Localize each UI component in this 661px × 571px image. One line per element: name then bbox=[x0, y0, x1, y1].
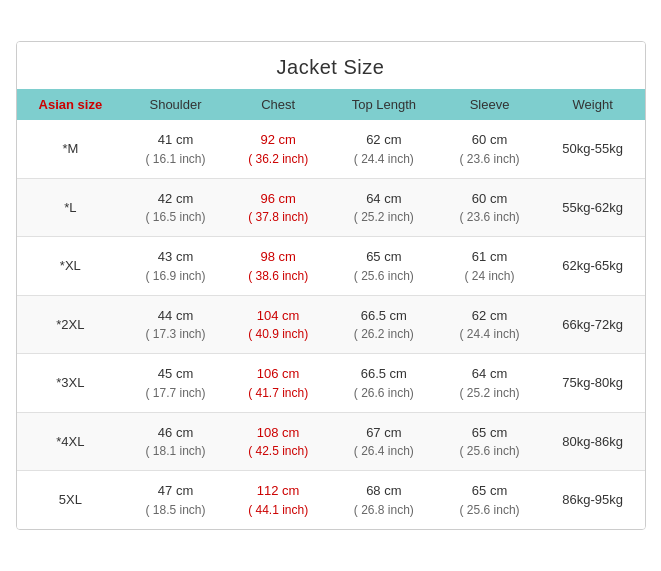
cell-weight: 66kg-72kg bbox=[541, 295, 645, 354]
cell-top-length: 66.5 cm ( 26.6 inch) bbox=[329, 354, 438, 413]
cell-sleeve: 65 cm ( 25.6 inch) bbox=[438, 412, 541, 471]
jacket-size-table: Jacket Size Asian size Shoulder Chest To… bbox=[16, 41, 646, 530]
cell-chest: 106 cm ( 41.7 inch) bbox=[227, 354, 330, 413]
cell-shoulder: 43 cm ( 16.9 inch) bbox=[124, 237, 227, 296]
cell-weight: 75kg-80kg bbox=[541, 354, 645, 413]
header-weight: Weight bbox=[541, 89, 645, 120]
table-row: *4XL 46 cm ( 18.1 inch) 108 cm ( 42.5 in… bbox=[17, 412, 645, 471]
cell-size: 5XL bbox=[17, 471, 125, 529]
cell-top-length: 65 cm ( 25.6 inch) bbox=[329, 237, 438, 296]
cell-weight: 86kg-95kg bbox=[541, 471, 645, 529]
header-chest: Chest bbox=[227, 89, 330, 120]
cell-shoulder: 47 cm ( 18.5 inch) bbox=[124, 471, 227, 529]
cell-weight: 80kg-86kg bbox=[541, 412, 645, 471]
table-row: *XL 43 cm ( 16.9 inch) 98 cm ( 38.6 inch… bbox=[17, 237, 645, 296]
cell-chest: 98 cm ( 38.6 inch) bbox=[227, 237, 330, 296]
cell-weight: 62kg-65kg bbox=[541, 237, 645, 296]
cell-size: *M bbox=[17, 120, 125, 178]
cell-sleeve: 62 cm ( 24.4 inch) bbox=[438, 295, 541, 354]
cell-size: *2XL bbox=[17, 295, 125, 354]
cell-top-length: 62 cm ( 24.4 inch) bbox=[329, 120, 438, 178]
cell-top-length: 67 cm ( 26.4 inch) bbox=[329, 412, 438, 471]
table-row: *2XL 44 cm ( 17.3 inch) 104 cm ( 40.9 in… bbox=[17, 295, 645, 354]
cell-size: *L bbox=[17, 178, 125, 237]
cell-size: *XL bbox=[17, 237, 125, 296]
header-sleeve: Sleeve bbox=[438, 89, 541, 120]
cell-shoulder: 46 cm ( 18.1 inch) bbox=[124, 412, 227, 471]
cell-top-length: 66.5 cm ( 26.2 inch) bbox=[329, 295, 438, 354]
cell-top-length: 64 cm ( 25.2 inch) bbox=[329, 178, 438, 237]
table-title: Jacket Size bbox=[17, 42, 645, 89]
cell-shoulder: 41 cm ( 16.1 inch) bbox=[124, 120, 227, 178]
cell-sleeve: 65 cm ( 25.6 inch) bbox=[438, 471, 541, 529]
cell-sleeve: 60 cm ( 23.6 inch) bbox=[438, 178, 541, 237]
cell-chest: 96 cm ( 37.8 inch) bbox=[227, 178, 330, 237]
header-top-length: Top Length bbox=[329, 89, 438, 120]
cell-sleeve: 61 cm ( 24 inch) bbox=[438, 237, 541, 296]
table-header-row: Asian size Shoulder Chest Top Length Sle… bbox=[17, 89, 645, 120]
header-shoulder: Shoulder bbox=[124, 89, 227, 120]
cell-shoulder: 45 cm ( 17.7 inch) bbox=[124, 354, 227, 413]
cell-chest: 104 cm ( 40.9 inch) bbox=[227, 295, 330, 354]
cell-chest: 112 cm ( 44.1 inch) bbox=[227, 471, 330, 529]
header-asian-size: Asian size bbox=[17, 89, 125, 120]
table-row: 5XL 47 cm ( 18.5 inch) 112 cm ( 44.1 inc… bbox=[17, 471, 645, 529]
cell-size: *3XL bbox=[17, 354, 125, 413]
cell-weight: 55kg-62kg bbox=[541, 178, 645, 237]
table-row: *L 42 cm ( 16.5 inch) 96 cm ( 37.8 inch)… bbox=[17, 178, 645, 237]
cell-chest: 108 cm ( 42.5 inch) bbox=[227, 412, 330, 471]
cell-top-length: 68 cm ( 26.8 inch) bbox=[329, 471, 438, 529]
table-row: *M 41 cm ( 16.1 inch) 92 cm ( 36.2 inch)… bbox=[17, 120, 645, 178]
cell-shoulder: 44 cm ( 17.3 inch) bbox=[124, 295, 227, 354]
cell-weight: 50kg-55kg bbox=[541, 120, 645, 178]
cell-shoulder: 42 cm ( 16.5 inch) bbox=[124, 178, 227, 237]
cell-size: *4XL bbox=[17, 412, 125, 471]
cell-chest: 92 cm ( 36.2 inch) bbox=[227, 120, 330, 178]
cell-sleeve: 60 cm ( 23.6 inch) bbox=[438, 120, 541, 178]
table-row: *3XL 45 cm ( 17.7 inch) 106 cm ( 41.7 in… bbox=[17, 354, 645, 413]
cell-sleeve: 64 cm ( 25.2 inch) bbox=[438, 354, 541, 413]
